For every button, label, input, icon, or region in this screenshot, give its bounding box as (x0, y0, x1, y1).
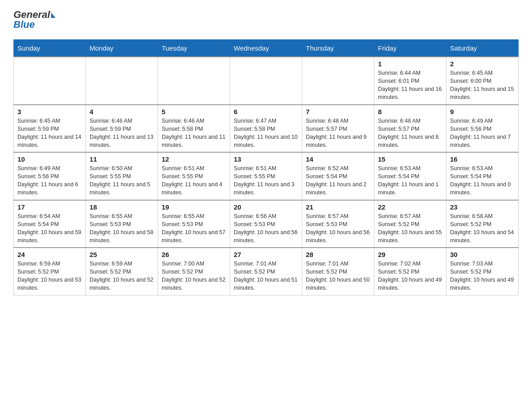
day-info: Sunrise: 6:48 AM Sunset: 5:57 PM Dayligh… (378, 117, 442, 150)
day-number: 12 (162, 155, 226, 163)
calendar-cell: 22Sunrise: 6:57 AM Sunset: 5:52 PM Dayli… (374, 200, 446, 248)
logo-blue-text: Blue (13, 19, 56, 30)
calendar-cell: 15Sunrise: 6:53 AM Sunset: 5:54 PM Dayli… (374, 152, 446, 200)
day-info: Sunrise: 6:56 AM Sunset: 5:53 PM Dayligh… (234, 212, 298, 245)
day-info: Sunrise: 6:51 AM Sunset: 5:55 PM Dayligh… (234, 164, 298, 197)
day-number: 24 (17, 251, 82, 258)
weekday-header-tuesday: Tuesday (158, 40, 230, 57)
day-number: 19 (162, 203, 226, 211)
calendar-cell: 19Sunrise: 6:55 AM Sunset: 5:53 PM Dayli… (158, 200, 230, 248)
calendar-cell (230, 57, 302, 105)
calendar-body: 1Sunrise: 6:44 AM Sunset: 6:01 PM Daylig… (14, 57, 519, 295)
calendar-cell: 4Sunrise: 6:46 AM Sunset: 5:59 PM Daylig… (86, 105, 158, 153)
day-info: Sunrise: 7:00 AM Sunset: 5:52 PM Dayligh… (162, 260, 226, 292)
day-number: 26 (162, 251, 226, 258)
day-info: Sunrise: 6:49 AM Sunset: 5:56 PM Dayligh… (17, 164, 82, 197)
calendar-cell: 29Sunrise: 7:02 AM Sunset: 5:52 PM Dayli… (374, 248, 446, 295)
calendar-week-row: 1Sunrise: 6:44 AM Sunset: 6:01 PM Daylig… (14, 57, 519, 105)
calendar-cell: 24Sunrise: 6:59 AM Sunset: 5:52 PM Dayli… (14, 248, 86, 295)
weekday-header-monday: Monday (86, 40, 158, 57)
day-info: Sunrise: 6:50 AM Sunset: 5:55 PM Dayligh… (90, 164, 154, 197)
calendar-cell (86, 57, 158, 105)
calendar-cell: 14Sunrise: 6:52 AM Sunset: 5:54 PM Dayli… (302, 152, 374, 200)
calendar-cell: 16Sunrise: 6:53 AM Sunset: 5:54 PM Dayli… (446, 152, 519, 200)
day-number: 22 (378, 203, 442, 211)
calendar-cell: 8Sunrise: 6:48 AM Sunset: 5:57 PM Daylig… (374, 105, 446, 153)
weekday-header-friday: Friday (374, 40, 446, 57)
day-number: 29 (378, 251, 442, 258)
day-number: 3 (17, 108, 82, 116)
weekday-header-sunday: Sunday (14, 40, 86, 57)
calendar-cell: 7Sunrise: 6:48 AM Sunset: 5:57 PM Daylig… (302, 105, 374, 153)
day-number: 11 (90, 155, 154, 163)
calendar-cell (302, 57, 374, 105)
day-info: Sunrise: 6:52 AM Sunset: 5:54 PM Dayligh… (306, 164, 370, 197)
day-number: 8 (378, 108, 442, 116)
calendar-cell: 21Sunrise: 6:57 AM Sunset: 5:53 PM Dayli… (302, 200, 374, 248)
calendar-cell (14, 57, 86, 105)
calendar-cell: 10Sunrise: 6:49 AM Sunset: 5:56 PM Dayli… (14, 152, 86, 200)
day-info: Sunrise: 6:45 AM Sunset: 6:00 PM Dayligh… (450, 69, 515, 102)
weekday-header-row: SundayMondayTuesdayWednesdayThursdayFrid… (14, 40, 519, 57)
day-number: 14 (306, 155, 370, 163)
logo: General Blue (13, 9, 56, 30)
calendar-week-row: 10Sunrise: 6:49 AM Sunset: 5:56 PM Dayli… (14, 152, 519, 200)
calendar-cell: 9Sunrise: 6:49 AM Sunset: 5:56 PM Daylig… (446, 105, 519, 153)
calendar-cell: 5Sunrise: 6:46 AM Sunset: 5:58 PM Daylig… (158, 105, 230, 153)
calendar-cell: 30Sunrise: 7:03 AM Sunset: 5:52 PM Dayli… (446, 248, 519, 295)
day-number: 9 (450, 108, 515, 116)
calendar-cell: 11Sunrise: 6:50 AM Sunset: 5:55 PM Dayli… (86, 152, 158, 200)
day-number: 27 (234, 251, 298, 258)
calendar-cell: 13Sunrise: 6:51 AM Sunset: 5:55 PM Dayli… (230, 152, 302, 200)
day-number: 15 (378, 155, 442, 163)
day-number: 10 (17, 155, 82, 163)
day-info: Sunrise: 6:48 AM Sunset: 5:57 PM Dayligh… (306, 117, 370, 150)
day-info: Sunrise: 6:45 AM Sunset: 5:59 PM Dayligh… (17, 117, 82, 150)
day-info: Sunrise: 6:57 AM Sunset: 5:53 PM Dayligh… (306, 212, 370, 245)
day-number: 13 (234, 155, 298, 163)
day-info: Sunrise: 6:55 AM Sunset: 5:53 PM Dayligh… (162, 212, 226, 245)
calendar-cell: 20Sunrise: 6:56 AM Sunset: 5:53 PM Dayli… (230, 200, 302, 248)
day-info: Sunrise: 6:46 AM Sunset: 5:59 PM Dayligh… (90, 117, 154, 150)
calendar-cell: 3Sunrise: 6:45 AM Sunset: 5:59 PM Daylig… (14, 105, 86, 153)
day-number: 20 (234, 203, 298, 211)
calendar-cell: 28Sunrise: 7:01 AM Sunset: 5:52 PM Dayli… (302, 248, 374, 295)
calendar-week-row: 3Sunrise: 6:45 AM Sunset: 5:59 PM Daylig… (14, 105, 519, 153)
day-info: Sunrise: 7:02 AM Sunset: 5:52 PM Dayligh… (378, 260, 442, 292)
day-number: 30 (450, 251, 515, 258)
day-number: 17 (17, 203, 82, 211)
calendar-cell: 25Sunrise: 6:59 AM Sunset: 5:52 PM Dayli… (86, 248, 158, 295)
day-info: Sunrise: 7:01 AM Sunset: 5:52 PM Dayligh… (234, 260, 298, 292)
day-number: 2 (450, 60, 515, 68)
day-info: Sunrise: 6:55 AM Sunset: 5:53 PM Dayligh… (90, 212, 154, 245)
calendar-cell: 12Sunrise: 6:51 AM Sunset: 5:55 PM Dayli… (158, 152, 230, 200)
calendar-cell: 27Sunrise: 7:01 AM Sunset: 5:52 PM Dayli… (230, 248, 302, 295)
day-info: Sunrise: 6:59 AM Sunset: 5:52 PM Dayligh… (90, 260, 154, 292)
calendar-cell: 23Sunrise: 6:58 AM Sunset: 5:52 PM Dayli… (446, 200, 519, 248)
calendar-week-row: 17Sunrise: 6:54 AM Sunset: 5:54 PM Dayli… (14, 200, 519, 248)
calendar-cell: 2Sunrise: 6:45 AM Sunset: 6:00 PM Daylig… (446, 57, 519, 105)
day-info: Sunrise: 7:03 AM Sunset: 5:52 PM Dayligh… (450, 260, 515, 292)
calendar-cell: 26Sunrise: 7:00 AM Sunset: 5:52 PM Dayli… (158, 248, 230, 295)
calendar-header: SundayMondayTuesdayWednesdayThursdayFrid… (14, 40, 519, 57)
day-info: Sunrise: 6:53 AM Sunset: 5:54 PM Dayligh… (450, 164, 515, 197)
calendar-cell: 17Sunrise: 6:54 AM Sunset: 5:54 PM Dayli… (14, 200, 86, 248)
weekday-header-saturday: Saturday (446, 40, 519, 57)
day-number: 6 (234, 108, 298, 116)
calendar-table: SundayMondayTuesdayWednesdayThursdayFrid… (13, 39, 519, 295)
calendar-cell: 1Sunrise: 6:44 AM Sunset: 6:01 PM Daylig… (374, 57, 446, 105)
calendar-cell: 18Sunrise: 6:55 AM Sunset: 5:53 PM Dayli… (86, 200, 158, 248)
day-number: 1 (378, 60, 442, 68)
day-info: Sunrise: 6:47 AM Sunset: 5:58 PM Dayligh… (234, 117, 298, 150)
weekday-header-wednesday: Wednesday (230, 40, 302, 57)
day-number: 23 (450, 203, 515, 211)
day-number: 28 (306, 251, 370, 258)
day-info: Sunrise: 6:57 AM Sunset: 5:52 PM Dayligh… (378, 212, 442, 245)
day-info: Sunrise: 6:53 AM Sunset: 5:54 PM Dayligh… (378, 164, 442, 197)
day-info: Sunrise: 6:54 AM Sunset: 5:54 PM Dayligh… (17, 212, 82, 245)
day-number: 5 (162, 108, 226, 116)
day-info: Sunrise: 6:46 AM Sunset: 5:58 PM Dayligh… (162, 117, 226, 150)
day-info: Sunrise: 6:59 AM Sunset: 5:52 PM Dayligh… (17, 260, 82, 292)
day-info: Sunrise: 7:01 AM Sunset: 5:52 PM Dayligh… (306, 260, 370, 292)
page-header: General Blue (13, 9, 519, 30)
